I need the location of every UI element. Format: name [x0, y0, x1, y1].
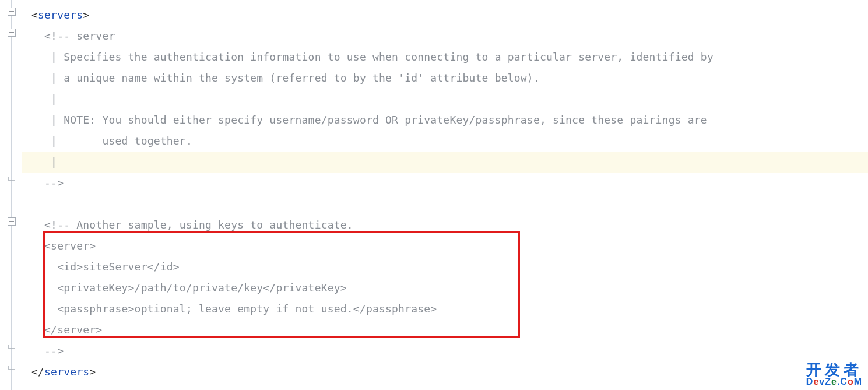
code-line[interactable]: <!-- Another sample, using keys to authe… — [22, 215, 868, 236]
xml-comment: <id>siteServer</id> — [44, 261, 180, 273]
code-line[interactable]: <privateKey>/path/to/private/key</privat… — [22, 277, 868, 298]
xml-comment: <privateKey>/path/to/private/key</privat… — [44, 282, 347, 294]
xml-bracket: > — [89, 366, 96, 378]
xml-comment: </server> — [44, 324, 102, 336]
code-line[interactable]: | — [22, 89, 868, 110]
code-editor[interactable]: <servers> <!-- server | Specifies the au… — [0, 0, 868, 390]
fold-end-icon[interactable] — [7, 343, 16, 352]
xml-comment: --> — [44, 345, 64, 357]
xml-comment: | — [44, 93, 57, 105]
code-line[interactable]: <server> — [22, 236, 868, 257]
code-line[interactable]: | NOTE: You should either specify userna… — [22, 110, 868, 131]
fold-end-icon[interactable] — [7, 175, 16, 184]
fold-toggle-icon[interactable] — [7, 28, 16, 37]
xml-tag: servers — [38, 9, 83, 21]
xml-bracket: </ — [31, 366, 44, 378]
code-area[interactable]: <servers> <!-- server | Specifies the au… — [22, 0, 868, 390]
code-line[interactable]: </servers> — [22, 361, 868, 382]
code-line[interactable]: <servers> — [22, 5, 868, 26]
code-line[interactable]: | used together. — [22, 131, 868, 152]
fold-toggle-icon[interactable] — [7, 7, 16, 16]
xml-comment: <!-- server — [44, 30, 115, 42]
code-line[interactable]: --> — [22, 173, 868, 194]
xml-comment: | a unique name within the system (refer… — [44, 72, 540, 84]
xml-comment: | — [44, 156, 57, 168]
xml-comment: | Specifies the authentication informati… — [44, 51, 714, 63]
code-line[interactable]: | a unique name within the system (refer… — [22, 68, 868, 89]
fold-end-icon[interactable] — [7, 364, 16, 373]
code-line[interactable]: </server> — [22, 319, 868, 340]
xml-comment: | used together. — [44, 135, 192, 147]
fold-toggle-icon[interactable] — [7, 217, 16, 226]
xml-comment: <passphrase>optional; leave empty if not… — [44, 303, 437, 315]
code-line-highlighted[interactable]: | — [22, 152, 868, 173]
xml-comment: <!-- Another sample, using keys to authe… — [44, 219, 353, 231]
xml-comment: <server> — [44, 240, 96, 252]
code-line[interactable]: --> — [22, 340, 868, 361]
code-line[interactable]: <passphrase>optional; leave empty if not… — [22, 298, 868, 319]
code-line[interactable]: <id>siteServer</id> — [22, 257, 868, 277]
gutter — [0, 0, 22, 390]
code-line[interactable]: | Specifies the authentication informati… — [22, 47, 868, 68]
xml-comment: --> — [44, 177, 64, 189]
code-line[interactable]: <!-- server — [22, 26, 868, 47]
code-line-blank[interactable] — [22, 194, 868, 215]
xml-bracket: < — [31, 9, 38, 21]
xml-bracket: > — [83, 9, 89, 21]
xml-tag: servers — [44, 366, 89, 378]
xml-comment: | NOTE: You should either specify userna… — [44, 114, 707, 126]
